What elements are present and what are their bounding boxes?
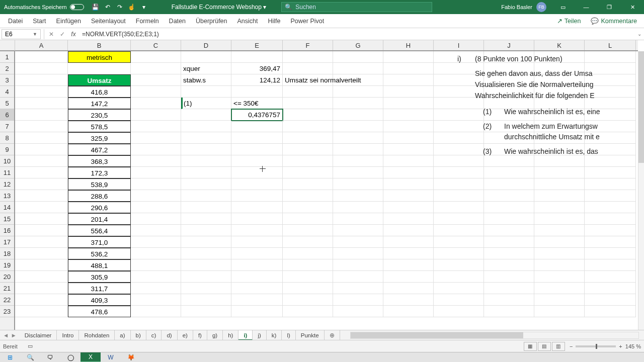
row-header-5[interactable]: 5 [0,98,14,109]
cell-H3[interactable] [383,74,434,86]
cell-L20[interactable] [585,271,636,283]
cell-C6[interactable] [131,109,181,121]
cell-A11[interactable] [15,167,68,178]
cell-G23[interactable] [333,306,383,317]
cell-I12[interactable] [434,178,484,190]
cell-B23[interactable]: 478,6 [68,306,131,317]
cell-H10[interactable] [383,155,434,167]
cell-K18[interactable] [534,248,585,259]
cell-H23[interactable] [383,306,434,317]
cell-H14[interactable] [383,202,434,213]
cell-E12[interactable] [231,178,283,190]
word-taskbar-icon[interactable]: W [101,352,121,363]
cell-E14[interactable] [231,202,283,213]
cell-E15[interactable] [231,213,283,225]
row-header-6[interactable]: 6 [0,109,14,121]
cell-A18[interactable] [15,248,68,259]
cell-B14[interactable]: 290,6 [68,202,131,213]
cell-A20[interactable] [15,271,68,283]
cell-D18[interactable] [181,248,231,259]
cell-F12[interactable] [283,178,333,190]
cell-E16[interactable] [231,225,283,236]
cell-I9[interactable] [434,144,484,155]
row-header-15[interactable]: 15 [0,213,14,225]
cell-F16[interactable] [283,225,333,236]
cell-B16[interactable]: 556,4 [68,225,131,236]
cell-E19[interactable] [231,259,283,271]
cell-L14[interactable] [585,202,636,213]
cell-A12[interactable] [15,178,68,190]
cell-J15[interactable] [484,213,534,225]
cell-D12[interactable] [181,178,231,190]
cell-A5[interactable] [15,98,68,109]
cell-F4[interactable] [283,86,333,98]
sheet-tab-a[interactable]: a) [115,330,130,340]
formula-input[interactable]: =NORM.VERT(350;E2;E3;1) [79,31,635,38]
cell-I8[interactable] [434,132,484,144]
cell-E21[interactable] [231,283,283,294]
row-header-10[interactable]: 10 [0,155,14,167]
cell-B11[interactable]: 172,3 [68,167,131,178]
row-header-17[interactable]: 17 [0,236,14,248]
cell-K21[interactable] [534,283,585,294]
cell-F9[interactable] [283,144,333,155]
scrollbar-thumb[interactable] [351,332,523,338]
insert-function-icon[interactable]: fx [68,31,79,38]
cell-J13[interactable] [484,190,534,202]
cell-H16[interactable] [383,225,434,236]
col-header-G[interactable]: G [333,40,383,50]
cell-H18[interactable] [383,248,434,259]
cell-E18[interactable] [231,248,283,259]
document-title[interactable]: Fallstudie E-Commerce Webshop ▾ [172,4,267,11]
row-headers[interactable]: 1234567891011121314151617181920212223 [0,51,15,330]
redo-icon[interactable]: ↷ [116,4,123,11]
zoom-level[interactable]: 145 % [625,343,641,349]
user-account[interactable]: Fabio Basler FB [496,2,551,12]
cell-D9[interactable] [181,144,231,155]
sheet-tab-j[interactable]: j) [253,330,266,340]
close-button[interactable]: ✕ [621,0,644,14]
cell-H20[interactable] [383,271,434,283]
cell-I22[interactable] [434,294,484,306]
cell-E7[interactable] [231,121,283,132]
cell-L13[interactable] [585,190,636,202]
cell-A19[interactable] [15,259,68,271]
cell-C23[interactable] [131,306,181,317]
name-box[interactable]: E6 ▼ [2,29,41,39]
cell-L18[interactable] [585,248,636,259]
ribbon-tab-formeln[interactable]: Formeln [131,14,164,28]
cell-B2[interactable] [68,63,131,74]
cell-J19[interactable] [484,259,534,271]
cell-L12[interactable] [585,178,636,190]
cell-H19[interactable] [383,259,434,271]
cell-C10[interactable] [131,155,181,167]
next-sheet-icon[interactable]: ► [11,332,16,338]
cell-E4[interactable] [231,86,283,98]
cell-K12[interactable] [534,178,585,190]
cell-A4[interactable] [15,86,68,98]
row-header-19[interactable]: 19 [0,259,14,271]
cell-I13[interactable] [434,190,484,202]
cell-G19[interactable] [333,259,383,271]
sheet-tab-h[interactable]: h) [223,330,238,340]
cell-L22[interactable] [585,294,636,306]
toggle-switch-icon[interactable] [70,4,84,10]
cell-A16[interactable] [15,225,68,236]
cell-G14[interactable] [333,202,383,213]
search-box[interactable]: 🔍 Suchen [281,2,432,12]
cell-B5[interactable]: 147,2 [68,98,131,109]
cell-B12[interactable]: 538,9 [68,178,131,190]
cell-J17[interactable] [484,236,534,248]
cell-C1[interactable] [131,51,181,63]
col-header-L[interactable]: L [585,40,636,50]
cell-A6[interactable] [15,109,68,121]
sheet-nav[interactable]: ◄► [0,332,20,338]
cell-K20[interactable] [534,271,585,283]
cell-L11[interactable] [585,167,636,178]
cell-E6[interactable]: 0,4376757 [231,109,283,121]
cell-F11[interactable] [283,167,333,178]
cell-A9[interactable] [15,144,68,155]
cell-C12[interactable] [131,178,181,190]
column-headers[interactable]: ABCDEFGHIJKL [15,40,638,51]
undo-icon[interactable]: ↶ [104,4,111,11]
